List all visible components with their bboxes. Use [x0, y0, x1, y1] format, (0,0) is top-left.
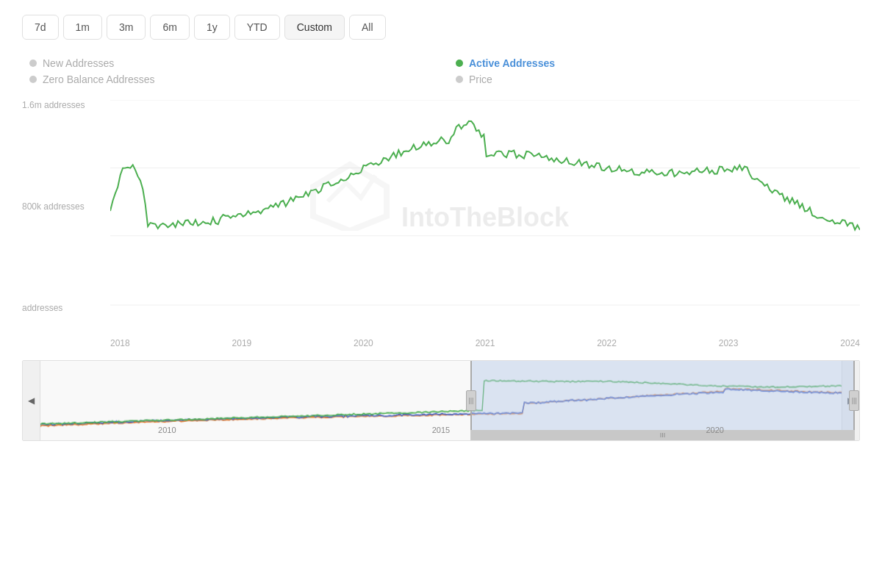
- legend-dot-price: [456, 76, 463, 83]
- chart-navigator[interactable]: ◀ ▶ ||| ||| III 2010 2015 2020: [22, 360, 860, 441]
- filter-1m-button[interactable]: 1m: [63, 15, 102, 40]
- x-label-2024: 2024: [840, 338, 860, 348]
- nav-year-2010: 2010: [158, 426, 176, 434]
- chart-legend: New Addresses Active Addresses Zero Bala…: [22, 57, 860, 85]
- navigator-years: 2010 2015 2020: [23, 426, 859, 434]
- legend-label-zero: Zero Balance Addresses: [43, 74, 155, 85]
- y-axis: 1.6m addresses 800k addresses addresses: [22, 100, 85, 335]
- legend-label-active: Active Addresses: [469, 57, 555, 69]
- x-label-2023: 2023: [719, 338, 739, 348]
- legend-price[interactable]: Price: [456, 74, 860, 85]
- filter-all-button[interactable]: All: [349, 15, 386, 40]
- y-label-bottom: addresses: [22, 303, 85, 313]
- filter-custom-button[interactable]: Custom: [284, 15, 345, 40]
- x-label-2022: 2022: [597, 338, 617, 348]
- main-chart-canvas[interactable]: [110, 100, 860, 306]
- nav-year-2015: 2015: [432, 426, 450, 434]
- x-label-2021: 2021: [476, 338, 495, 348]
- legend-label-price: Price: [469, 74, 492, 85]
- legend-new-addresses[interactable]: New Addresses: [29, 57, 434, 69]
- legend-zero-balance[interactable]: Zero Balance Addresses: [29, 74, 434, 85]
- x-axis: 2018 2019 2020 2021 2022 2023 2024: [110, 338, 860, 348]
- navigator-handle-right[interactable]: |||: [849, 390, 859, 411]
- legend-dot-new: [29, 60, 37, 67]
- time-filter-bar: 7d 1m 3m 6m 1y YTD Custom All: [22, 15, 860, 40]
- y-label-mid: 800k addresses: [22, 201, 85, 212]
- x-label-2019: 2019: [232, 338, 252, 348]
- filter-7d-button[interactable]: 7d: [22, 15, 59, 40]
- x-label-2018: 2018: [110, 338, 130, 348]
- legend-active-addresses[interactable]: Active Addresses: [456, 57, 860, 69]
- main-chart-area: 1.6m addresses 800k addresses addresses …: [22, 100, 860, 335]
- navigator-handle-left[interactable]: |||: [466, 390, 476, 411]
- chart-canvas-wrapper: IntoTheBlock: [110, 100, 860, 335]
- legend-label-new: New Addresses: [43, 57, 114, 69]
- filter-1y-button[interactable]: 1y: [194, 15, 230, 40]
- filter-3m-button[interactable]: 3m: [107, 15, 146, 40]
- y-label-top: 1.6m addresses: [22, 100, 85, 110]
- nav-year-2020: 2020: [706, 426, 723, 434]
- filter-6m-button[interactable]: 6m: [150, 15, 189, 40]
- filter-ytd-button[interactable]: YTD: [234, 15, 280, 40]
- legend-dot-zero: [29, 76, 37, 83]
- x-label-2020: 2020: [354, 338, 373, 348]
- legend-dot-active: [456, 60, 463, 67]
